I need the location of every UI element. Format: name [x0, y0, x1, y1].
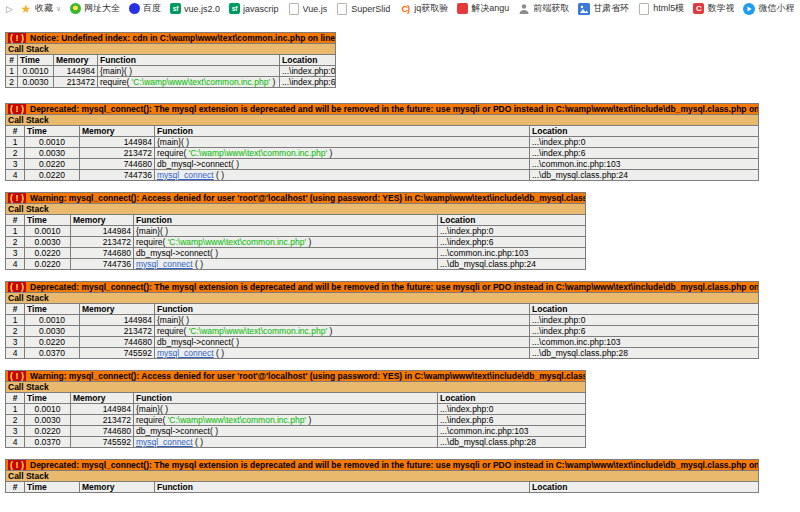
function-cell: mysql_connect ( ) — [134, 437, 438, 448]
segmentfault-icon: sf — [229, 3, 240, 14]
memory-cell: 744680 — [71, 248, 134, 259]
memory-cell: 213472 — [80, 148, 155, 159]
bookmark-label: 百度 — [143, 2, 161, 15]
column-header: Time — [25, 215, 71, 226]
location-cell: ...\index.php:6 — [280, 77, 336, 88]
memory-cell: 144984 — [80, 137, 155, 148]
memory-cell: 144984 — [71, 404, 134, 415]
bookmark-label: 收藏 — [35, 2, 53, 15]
bookmark-label: jq获取验 — [414, 2, 448, 15]
row-num: 2 — [6, 415, 25, 426]
call-stack-header: Call Stack — [6, 293, 759, 304]
php-doc-link[interactable]: mysql_connect — [157, 170, 214, 180]
row-num: 1 — [6, 404, 25, 415]
column-header: Time — [18, 55, 54, 66]
time-cell: 0.0030 — [25, 237, 71, 248]
function-cell: mysql_connect ( ) — [134, 259, 438, 270]
row-num: 3 — [6, 248, 25, 259]
page-icon — [337, 3, 347, 15]
memory-cell: 744680 — [80, 159, 155, 170]
bookmark-label: Vue.js — [303, 4, 328, 14]
stack-row: 20.0030213472require( 'C:\wamp\www\text\… — [6, 326, 759, 337]
time-cell: 0.0010 — [25, 315, 80, 326]
stack-row: 10.0010144984{main}( )...\index.php:0 — [6, 315, 759, 326]
function-cell: db_mysql->connect( ) — [155, 159, 530, 170]
location-cell: ...\common.inc.php:103 — [530, 337, 759, 348]
memory-cell: 213472 — [54, 77, 98, 88]
bookmark-item[interactable]: sfjavascrip — [229, 3, 279, 14]
bookmark-item[interactable]: 百度 — [129, 2, 161, 15]
bookmark-item[interactable]: sfvue.js2.0 — [170, 3, 220, 14]
column-header: # — [6, 482, 25, 493]
error-message: ( ! )Warning: mysql_connect(): Access de… — [6, 193, 586, 204]
row-num: 2 — [6, 326, 25, 337]
memory-cell: 144984 — [71, 226, 134, 237]
bookmark-item[interactable]: 前端获取 — [518, 2, 569, 15]
location-cell: ...\index.php:6 — [438, 237, 586, 248]
column-header: Memory — [80, 126, 155, 137]
function-cell: mysql_connect ( ) — [155, 170, 530, 181]
memory-cell: 144984 — [54, 66, 98, 77]
row-num: 3 — [6, 337, 25, 348]
error-message: ( ! )Deprecated: mysql_connect(): The my… — [6, 282, 759, 293]
location-cell: ...\db_mysql.class.php:28 — [438, 437, 586, 448]
bookmark-item[interactable]: Vue.js — [288, 3, 328, 15]
memory-cell: 213472 — [71, 237, 134, 248]
bookmark-items: ★收藏∨网址大全百度sfvue.js2.0sfjavascripVue.jsSu… — [20, 2, 800, 15]
column-header: Memory — [54, 55, 98, 66]
person-icon — [518, 3, 530, 15]
stack-row: 30.0220744680db_mysql->connect( )...\com… — [6, 248, 586, 259]
php-doc-link[interactable]: mysql_connect — [136, 259, 193, 269]
php-doc-link[interactable]: mysql_connect — [136, 437, 193, 447]
column-header: Memory — [80, 304, 155, 315]
bookmark-label: html5模 — [653, 2, 684, 15]
bookmark-item[interactable]: 网址大全 — [70, 2, 120, 15]
row-num: 1 — [6, 226, 25, 237]
function-cell: mysql_connect ( ) — [155, 348, 530, 359]
column-header: Memory — [71, 393, 134, 404]
call-stack-header: Call Stack — [6, 44, 336, 55]
location-cell: ...\index.php:6 — [438, 415, 586, 426]
function-cell: {main}( ) — [155, 315, 530, 326]
bookmark-item[interactable]: 甘肃省环 — [578, 2, 629, 15]
sidebar-toggle-icon[interactable]: ▷ — [6, 4, 13, 14]
time-cell: 0.0030 — [25, 326, 80, 337]
row-num: 4 — [6, 259, 25, 270]
segmentfault-icon: sf — [170, 3, 181, 14]
php-doc-link[interactable]: mysql_connect — [157, 348, 214, 358]
call-stack-header: Call Stack — [6, 115, 759, 126]
time-cell: 0.0220 — [25, 259, 71, 270]
bookmark-item[interactable]: SuperSlid — [336, 3, 390, 15]
memory-cell: 213472 — [80, 326, 155, 337]
column-header: Function — [155, 482, 530, 493]
error-table-deprecated: ( ! )Deprecated: mysql_connect(): The my… — [5, 103, 759, 181]
bookmark-item[interactable]: C数学视 — [693, 2, 734, 15]
column-header: # — [6, 126, 25, 137]
function-cell: require( 'C:\wamp\www\text\common.inc.ph… — [134, 415, 438, 426]
chevron-down-icon: ∨ — [56, 5, 61, 13]
bookmark-label: 甘肃省环 — [593, 2, 629, 15]
bookmark-label: SuperSlid — [351, 4, 390, 14]
location-cell: ...\common.inc.php:103 — [438, 248, 586, 259]
alert-icon: ( ! ) — [8, 33, 26, 43]
function-cell: {main}( ) — [134, 226, 438, 237]
bookmark-item[interactable]: 微信小程 — [743, 2, 794, 15]
time-cell: 0.0030 — [18, 77, 54, 88]
stack-row: 30.0220744680db_mysql->connect( )...\com… — [6, 426, 586, 437]
column-header: Location — [280, 55, 336, 66]
error-table-notice: ( ! )Notice: Undefined index: cdn in C:\… — [5, 32, 336, 88]
row-num: 4 — [6, 170, 25, 181]
stack-row: 30.0220744680db_mysql->connect( )...\com… — [6, 337, 759, 348]
bookmark-item[interactable]: ★收藏∨ — [20, 2, 61, 15]
bookmark-item[interactable]: C)jq获取验 — [399, 2, 448, 15]
bookmark-item[interactable]: 解决angu — [457, 2, 509, 15]
location-cell: ...\db_mysql.class.php:24 — [438, 259, 586, 270]
bookmark-item[interactable]: html5模 — [638, 2, 684, 15]
function-cell: require( 'C:\wamp\www\text\common.inc.ph… — [155, 148, 530, 159]
site-directory-icon — [70, 3, 81, 14]
column-header: Time — [25, 482, 80, 493]
bookmark-label: 数学视 — [707, 2, 734, 15]
function-cell: {main}( ) — [155, 137, 530, 148]
error-message: ( ! )Deprecated: mysql_connect(): The my… — [6, 460, 759, 471]
column-header: # — [6, 55, 18, 66]
